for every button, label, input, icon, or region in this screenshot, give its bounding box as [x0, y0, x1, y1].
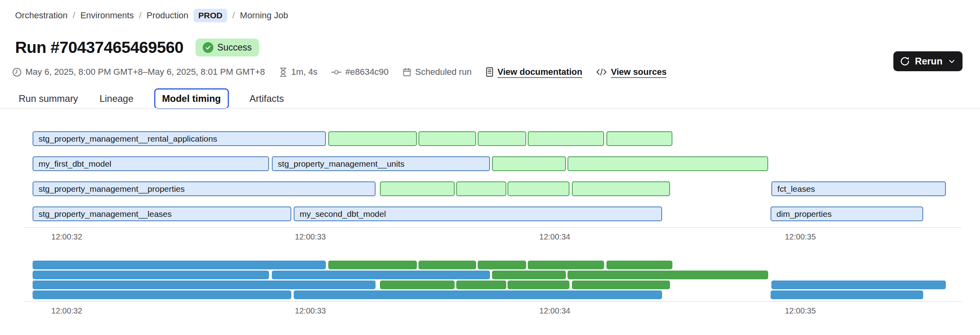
timing-row [33, 271, 946, 279]
tab-model-timing[interactable]: Model timing [154, 88, 229, 109]
model-bar-stg_property_management__properties [33, 280, 376, 289]
meta-time-range: May 6, 2025, 8:00 PM GMT+8–May 6, 2025, … [12, 67, 265, 77]
timing-bar [456, 280, 506, 289]
model-bar-label: stg_property_management__units [273, 157, 489, 170]
page-title: Run #70437465469560 [15, 38, 184, 57]
status-badge: Success [196, 39, 259, 56]
timing-bar[interactable] [328, 131, 417, 146]
commit-sha-text: #e8634c90 [345, 67, 389, 77]
timing-row: my_first_dbt_modelstg_property_managemen… [33, 156, 946, 171]
refresh-icon [900, 56, 910, 66]
time-range-text: May 6, 2025, 8:00 PM GMT+8–May 6, 2025, … [25, 67, 265, 77]
run-meta: May 6, 2025, 8:00 PM GMT+8–May 6, 2025, … [12, 67, 666, 77]
tab-bar: Run summaryLineageModel timingArtifacts [18, 88, 285, 109]
meta-trigger: Scheduled run [402, 67, 472, 77]
timing-row: stg_property_management__leasesmy_second… [33, 206, 946, 221]
model-bar-my_first_dbt_model [33, 271, 269, 279]
breadcrumb-environments[interactable]: Environments [80, 10, 134, 21]
timing-bar [528, 261, 604, 269]
status-label: Success [217, 42, 252, 53]
axis-tick-label: 12:00:34 [539, 232, 570, 242]
model-bar-stg_property_management__leases [33, 290, 291, 299]
tab-run-summary[interactable]: Run summary [18, 89, 79, 109]
model-bar-label: fct_leases [772, 182, 945, 195]
model-bar-label: my_second_dbt_model [294, 207, 661, 220]
code-icon [596, 67, 607, 77]
commit-icon [331, 67, 342, 77]
timing-bar [492, 271, 566, 279]
timing-row [33, 280, 946, 289]
breadcrumb-orchestration[interactable]: Orchestration [15, 10, 68, 21]
timing-bar [380, 280, 455, 289]
tab-artifacts[interactable]: Artifacts [249, 89, 285, 109]
document-icon [485, 67, 494, 77]
tab-lineage[interactable]: Lineage [99, 89, 134, 109]
timing-bar [418, 261, 476, 269]
meta-view-documentation[interactable]: View documentation [485, 67, 583, 77]
timing-row [33, 290, 946, 299]
meta-view-sources[interactable]: View sources [596, 67, 666, 77]
timing-row [33, 261, 946, 269]
breadcrumb-morning-job[interactable]: Morning Job [240, 10, 288, 21]
model-bar-dim_properties[interactable]: dim_properties [771, 206, 923, 221]
timing-bar[interactable] [492, 156, 566, 171]
model-bar-fct_leases[interactable]: fct_leases [771, 181, 946, 196]
hourglass-icon [279, 67, 288, 77]
model-bar-label: my_first_dbt_model [33, 157, 268, 170]
breadcrumb-production[interactable]: Production [147, 10, 188, 21]
model-bar-stg_property_management__rental_applications[interactable]: stg_property_management__rental_applicat… [33, 131, 326, 146]
model-bar-stg_property_management__properties[interactable]: stg_property_management__properties [33, 181, 376, 196]
chevron-down-icon[interactable] [947, 57, 956, 66]
timing-bar[interactable] [567, 156, 768, 171]
model-bar-fct_leases [771, 280, 946, 289]
timing-row: stg_property_management__rental_applicat… [33, 131, 946, 146]
model-bar-stg_property_management__rental_applications [33, 261, 326, 269]
model-bar-stg_property_management__leases[interactable]: stg_property_management__leases [33, 206, 291, 221]
trigger-text: Scheduled run [415, 67, 472, 77]
breadcrumb-separator: / [139, 10, 141, 21]
timing-bar[interactable] [572, 181, 670, 196]
axis-tick-label: 12:00:33 [295, 306, 326, 316]
model-bar-stg_property_management__units [272, 271, 490, 279]
timing-bar[interactable] [380, 181, 455, 196]
axis-tick-label: 12:00:35 [785, 232, 816, 242]
duration-text: 1m, 4s [291, 67, 318, 77]
model-bar-my_second_dbt_model[interactable]: my_second_dbt_model [294, 206, 662, 221]
header: Run #70437465469560 Success [15, 38, 259, 57]
calendar-icon [402, 67, 412, 77]
model-bar-label: stg_property_management__leases [33, 207, 291, 220]
model-bar-dim_properties [771, 290, 923, 299]
environment-badge: PROD [194, 9, 227, 22]
rerun-label: Rerun [915, 56, 942, 67]
breadcrumb: Orchestration / Environments / Productio… [15, 9, 288, 22]
run-detail-page: Orchestration / Environments / Productio… [0, 0, 980, 335]
model-bar-label: dim_properties [771, 207, 922, 220]
timing-bar[interactable] [418, 131, 476, 146]
tabs-divider [0, 108, 980, 109]
model-bar-my_first_dbt_model[interactable]: my_first_dbt_model [33, 156, 269, 171]
clock-icon [12, 67, 22, 77]
model-timing-gantt: stg_property_management__rental_applicat… [33, 131, 946, 221]
timing-bar[interactable] [507, 181, 569, 196]
timing-bar [567, 271, 768, 279]
model-bar-my_second_dbt_model [294, 290, 662, 299]
timing-bar[interactable] [456, 181, 506, 196]
timing-bar[interactable] [606, 131, 672, 146]
minimap-time-axis: 12:00:3212:00:3312:00:3412:00:35 [33, 306, 946, 316]
model-bar-stg_property_management__units[interactable]: stg_property_management__units [272, 156, 490, 171]
axis-tick-label: 12:00:32 [51, 232, 82, 242]
timing-minimap[interactable] [33, 261, 946, 300]
view-documentation-link[interactable]: View documentation [498, 67, 583, 77]
breadcrumb-separator: / [73, 10, 75, 21]
timing-bar [328, 261, 417, 269]
axis-tick-label: 12:00:35 [785, 306, 816, 316]
rerun-button[interactable]: Rerun [893, 51, 963, 71]
minimap-axis-line [24, 301, 962, 302]
axis-tick-label: 12:00:32 [51, 306, 82, 316]
timing-bar[interactable] [478, 131, 526, 146]
timing-bar[interactable] [528, 131, 604, 146]
view-sources-link[interactable]: View sources [611, 67, 666, 77]
meta-commit: #e8634c90 [331, 67, 389, 77]
timing-bar [507, 280, 569, 289]
axis-tick-label: 12:00:34 [539, 306, 570, 316]
